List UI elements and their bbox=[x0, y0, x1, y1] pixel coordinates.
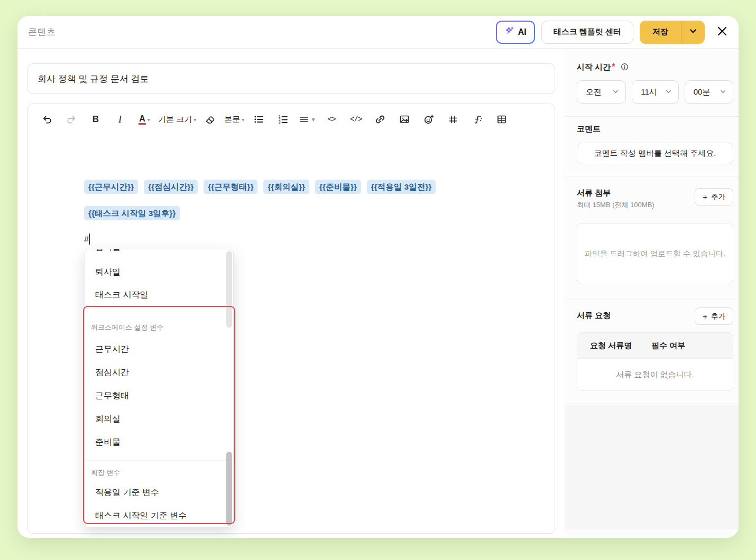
close-button[interactable] bbox=[714, 24, 730, 40]
chevron-down-icon bbox=[720, 88, 726, 97]
ordered-list-button[interactable]: 1 2 3 bbox=[272, 109, 293, 129]
ai-button[interactable]: AI bbox=[496, 21, 535, 44]
dropdown-item[interactable]: 태스크 시작일 bbox=[85, 284, 233, 306]
editor-toolbar: B I A ▾ 기본 크기 ▾ 본문 ▾ bbox=[28, 104, 555, 130]
info-icon bbox=[621, 63, 629, 73]
page-title: 콘텐츠 bbox=[28, 26, 56, 38]
typed-text: # bbox=[84, 235, 89, 244]
comment-section: 코멘트 코멘트 작성 멤버를 선택해 주세요. bbox=[565, 117, 739, 176]
dropdown-item[interactable]: 근무형태 bbox=[85, 384, 233, 407]
font-size-dropdown[interactable]: 기본 크기 ▾ bbox=[158, 109, 196, 129]
eraser-icon bbox=[204, 114, 216, 125]
chevron-down-icon bbox=[612, 88, 619, 97]
column-header: 필수 여부 bbox=[651, 341, 685, 351]
bullet-list-button[interactable] bbox=[248, 109, 269, 129]
document-request-add-label: 추가 bbox=[711, 312, 725, 321]
content-modal: 콘텐츠 AI 태스크 템플릿 센터 bbox=[17, 16, 739, 538]
image-upload-button[interactable] bbox=[394, 109, 415, 129]
redo-button[interactable] bbox=[61, 109, 82, 129]
attachment-add-button[interactable]: + 추가 bbox=[695, 188, 733, 206]
table-header-row: 요청 서류명 필수 여부 bbox=[577, 333, 733, 358]
chevron-down-icon: ▾ bbox=[147, 117, 150, 123]
table-button[interactable] bbox=[491, 109, 512, 129]
image-upload-icon bbox=[399, 114, 410, 125]
attachment-add-label: 추가 bbox=[711, 192, 725, 202]
document-request-add-button[interactable]: + 추가 bbox=[695, 307, 733, 325]
dropdown-item[interactable]: 준비물 bbox=[85, 431, 233, 454]
start-time-label: 시작 시간 bbox=[577, 62, 611, 71]
chevron-down-icon: ▼ bbox=[311, 117, 316, 123]
variable-chip[interactable]: {{점심시간}} bbox=[144, 180, 198, 194]
text-cursor bbox=[89, 234, 90, 245]
bullet-list-icon bbox=[253, 114, 264, 125]
dropdown-item[interactable]: 태스크 시작일 기준 변수 bbox=[85, 504, 233, 527]
task-title-input[interactable] bbox=[27, 63, 555, 94]
template-center-button[interactable]: 태스크 템플릿 센터 bbox=[541, 21, 633, 44]
file-dropzone[interactable]: 파일을 드래그하여 업로드할 수 있습니다. bbox=[577, 223, 733, 284]
save-dropdown-button[interactable] bbox=[681, 21, 705, 44]
start-time-section: 시작 시간* 오전 bbox=[565, 49, 739, 116]
ampm-select[interactable]: 오전 bbox=[577, 80, 626, 104]
save-button[interactable]: 저장 bbox=[640, 21, 681, 44]
dropdown-item[interactable]: 퇴사일 bbox=[85, 261, 233, 284]
plus-icon: + bbox=[703, 312, 707, 320]
italic-button[interactable]: I bbox=[109, 109, 131, 129]
variable-autocomplete-dropdown: 입사일 퇴사일 태스크 시작일 워크스페이스 설정 변수 근무시간 점심시간 근… bbox=[84, 249, 234, 528]
variable-chips-row-2: {{태스크 시작일 3일후}} bbox=[84, 206, 180, 220]
scrollbar-thumb[interactable] bbox=[226, 452, 232, 526]
close-icon bbox=[716, 25, 729, 40]
variable-chip[interactable]: {{준비물}} bbox=[315, 180, 361, 194]
header-actions: AI 태스크 템플릿 센터 저장 bbox=[496, 21, 730, 44]
chevron-down-icon bbox=[689, 27, 697, 38]
link-button[interactable] bbox=[370, 109, 391, 129]
emoji-add-icon bbox=[423, 114, 435, 125]
dropdown-item-clipped[interactable]: 입사일 bbox=[85, 249, 233, 255]
clear-format-button[interactable] bbox=[199, 109, 220, 129]
paragraph-style-label: 본문 bbox=[224, 115, 240, 125]
variable-chip[interactable]: {{적용일 3일전}} bbox=[367, 180, 436, 194]
variable-chip[interactable]: {{근무형태}} bbox=[204, 180, 257, 194]
sidebar-divider bbox=[565, 404, 739, 404]
variable-chip[interactable]: {{회의실}} bbox=[263, 180, 309, 194]
scrollbar-thumb[interactable] bbox=[226, 251, 232, 328]
dropdown-item[interactable]: 점심시간 bbox=[85, 361, 233, 384]
attachment-section: 서류 첨부 최대 15MB (전체 100MB) + 추가 파일을 드래그하여 … bbox=[565, 176, 739, 300]
comment-label: 코멘트 bbox=[577, 124, 733, 134]
hash-button[interactable] bbox=[442, 109, 464, 129]
minute-select[interactable]: 00분 bbox=[685, 80, 733, 104]
variable-insert-button[interactable] bbox=[467, 109, 488, 129]
sparkle-icon bbox=[504, 26, 514, 38]
document-request-table: 요청 서류명 필수 여부 서류 요청이 없습니다. bbox=[577, 332, 733, 391]
dropdown-item[interactable]: 적용일 기준 변수 bbox=[85, 481, 233, 504]
paragraph-style-dropdown[interactable]: 본문 ▾ bbox=[224, 109, 245, 129]
minute-value: 00분 bbox=[694, 87, 711, 97]
comment-member-select-button[interactable]: 코멘트 작성 멤버를 선택해 주세요. bbox=[577, 143, 733, 164]
comment-member-select-label: 코멘트 작성 멤버를 선택해 주세요. bbox=[594, 148, 716, 158]
variable-chip[interactable]: {{태스크 시작일 3일후}} bbox=[84, 206, 180, 220]
dropzone-hint: 파일을 드래그하여 업로드할 수 있습니다. bbox=[585, 249, 726, 259]
editor-text-line[interactable]: # bbox=[84, 234, 90, 245]
hash-icon bbox=[447, 114, 459, 125]
column-header: 요청 서류명 bbox=[577, 341, 651, 351]
ai-button-label: AI bbox=[518, 27, 527, 37]
text-color-button[interactable]: A ▾ bbox=[134, 109, 155, 129]
modal-header: 콘텐츠 AI 태스크 템플릿 센터 bbox=[17, 16, 739, 49]
variable-chip[interactable]: {{근무시간}} bbox=[84, 180, 138, 194]
hour-select[interactable]: 11시 bbox=[632, 80, 678, 104]
align-dropdown[interactable]: ▼ bbox=[297, 109, 318, 129]
dropdown-scrollbar[interactable] bbox=[226, 251, 232, 526]
emoji-button[interactable] bbox=[418, 109, 439, 129]
dropdown-item[interactable]: 회의실 bbox=[85, 407, 233, 431]
code-block-button[interactable]: </> bbox=[345, 109, 366, 129]
required-mark: * bbox=[612, 62, 615, 71]
dropdown-group-label: 확장 변수 bbox=[85, 461, 233, 481]
undo-button[interactable] bbox=[36, 109, 58, 129]
link-icon bbox=[374, 114, 386, 125]
inline-code-button[interactable]: <> bbox=[321, 109, 342, 129]
sidebar-empty-area bbox=[565, 405, 739, 529]
svg-text:3: 3 bbox=[279, 120, 281, 124]
dropdown-item[interactable]: 근무시간 bbox=[85, 338, 233, 361]
table-empty-state: 서류 요청이 없습니다. bbox=[577, 358, 733, 390]
bold-button[interactable]: B bbox=[85, 109, 106, 129]
ordered-list-icon: 1 2 3 bbox=[277, 114, 289, 125]
